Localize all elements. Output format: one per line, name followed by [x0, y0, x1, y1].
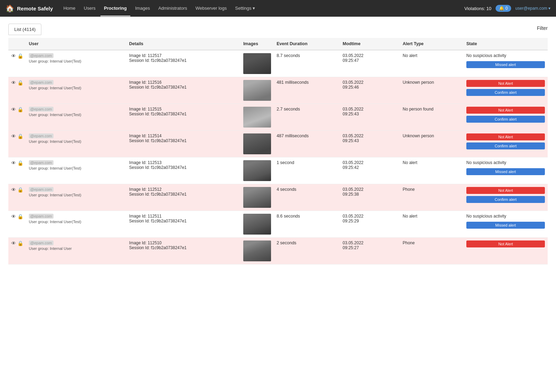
lock-icon[interactable]: 🔒	[17, 53, 23, 59]
details-cell: Image Id: 112514 Session Id: f1c9b2a0738…	[126, 131, 240, 157]
nav-users[interactable]: Users	[80, 1, 99, 16]
lock-icon[interactable]: 🔒	[17, 107, 23, 112]
image-id: Image Id: 112510	[129, 240, 238, 245]
modtime-time: 09:25:38	[343, 192, 397, 197]
lock-icon[interactable]: 🔒	[17, 160, 23, 166]
notification-badge[interactable]: 🔔 0	[496, 5, 511, 12]
nav-administrators[interactable]: Administrators	[155, 1, 190, 16]
details-cell: Image Id: 112513 Session Id: f1c9b2a0738…	[126, 157, 240, 184]
duration-cell: 8.6 seconds	[274, 211, 340, 238]
nav-settings[interactable]: Settings ▾	[232, 1, 259, 16]
eye-icon[interactable]: 👁	[11, 214, 16, 219]
user-cell: @epam.com User group: Internal User(Test…	[26, 211, 126, 238]
not-alert-button[interactable]: Not Alert	[466, 107, 545, 114]
capture-image[interactable]	[243, 187, 271, 208]
eye-icon[interactable]: 👁	[11, 160, 16, 166]
missed-alert-button[interactable]: Missed alert	[466, 61, 545, 68]
lock-icon[interactable]: 🔒	[17, 240, 23, 246]
not-alert-button[interactable]: Not Alert	[466, 240, 545, 247]
state-text: No suspicious activity	[466, 53, 545, 58]
nav-right: Violations: 10 🔔 0 user@epam.com ▾	[464, 5, 550, 12]
eye-icon[interactable]: 👁	[11, 240, 16, 246]
user-cell: @epam.com User group: Internal User(Test…	[26, 104, 126, 131]
row-icons-cell: 👁 🔒	[8, 157, 26, 184]
nav-images[interactable]: Images	[132, 1, 154, 16]
user-cell: @epam.com User group: Internal User(Test…	[26, 50, 126, 77]
col-images: Images	[240, 38, 274, 50]
state-text: No suspicious activity	[466, 214, 545, 219]
image-cell[interactable]	[240, 157, 274, 184]
eye-icon[interactable]: 👁	[11, 53, 16, 59]
navbar: 🏠 Remote Safely Home Users Proctoring Im…	[0, 0, 556, 17]
missed-alert-button[interactable]: Missed alert	[466, 168, 545, 175]
modtime-date: 03.05.2022	[343, 187, 397, 192]
table-row: 👁 🔒 @epam.com User group: Internal User(…	[8, 77, 548, 104]
lock-icon[interactable]: 🔒	[17, 214, 23, 219]
not-alert-button[interactable]: Not Alert	[466, 80, 545, 87]
nav-links: Home Users Proctoring Images Administrat…	[60, 1, 457, 16]
logo-text: Remote Safely	[17, 6, 53, 11]
nav-home[interactable]: Home	[60, 1, 79, 16]
user-email-masked: @epam.com	[29, 53, 54, 58]
table-header: User Details Images Event Duration Modti…	[8, 38, 548, 50]
capture-image[interactable]	[243, 214, 271, 235]
session-id: Session Id: f1c9b2a0738247e1	[129, 165, 238, 170]
user-group: User group: Internal User(Test)	[29, 139, 81, 144]
confirm-alert-button[interactable]: Confirm alert	[466, 196, 545, 203]
col-alert-type: Alert Type	[400, 38, 464, 50]
eye-icon[interactable]: 👁	[11, 187, 16, 193]
session-id: Session Id: f1c9b2a0738247e1	[129, 112, 238, 116]
not-alert-button[interactable]: Not Alert	[466, 133, 545, 140]
nav-webserver-logs[interactable]: Webserver logs	[192, 1, 230, 16]
eye-icon[interactable]: 👁	[11, 107, 16, 112]
confirm-alert-button[interactable]: Confirm alert	[466, 142, 545, 149]
confirm-alert-button[interactable]: Confirm alert	[466, 89, 545, 96]
row-icons-cell: 👁 🔒	[8, 184, 26, 211]
missed-alert-button[interactable]: Missed alert	[466, 222, 545, 229]
user-email[interactable]: user@epam.com ▾	[515, 6, 550, 11]
capture-image[interactable]	[243, 53, 271, 74]
image-cell[interactable]	[240, 238, 274, 264]
session-id: Session Id: f1c9b2a0738247e1	[129, 245, 238, 250]
user-group: User group: Internal User(Test)	[29, 193, 81, 197]
state-btn-group: Not Alert	[466, 240, 545, 248]
user-cell: @epam.com User group: Internal User(Test…	[26, 77, 126, 104]
duration-cell: 1 second	[274, 157, 340, 184]
modtime-cell: 03.05.202209:25:29	[340, 211, 400, 238]
list-tab[interactable]: List (4114)	[8, 24, 41, 35]
user-group: User group: Internal User(Test)	[29, 59, 81, 63]
image-cell[interactable]	[240, 77, 274, 104]
nav-proctoring[interactable]: Proctoring	[100, 1, 130, 16]
image-cell[interactable]	[240, 50, 274, 77]
table-row: 👁 🔒 @epam.com User group: Internal User(…	[8, 131, 548, 157]
modtime-cell: 03.05.202209:25:38	[340, 184, 400, 211]
not-alert-button[interactable]: Not Alert	[466, 187, 545, 194]
image-cell[interactable]	[240, 104, 274, 131]
image-cell[interactable]	[240, 184, 274, 211]
logo-icon: 🏠	[6, 4, 14, 13]
capture-image[interactable]	[243, 133, 271, 154]
modtime-date: 03.05.2022	[343, 240, 397, 245]
modtime-cell: 03.05.202209:25:42	[340, 157, 400, 184]
violations-badge: Violations: 10	[464, 6, 491, 11]
eye-icon[interactable]: 👁	[11, 80, 16, 85]
capture-image[interactable]	[243, 80, 271, 101]
lock-icon[interactable]: 🔒	[17, 80, 23, 85]
eye-icon[interactable]: 👁	[11, 133, 16, 139]
lock-icon[interactable]: 🔒	[17, 133, 23, 139]
filter-button[interactable]: Filter	[537, 25, 548, 31]
image-id: Image Id: 112512	[129, 187, 238, 192]
image-cell[interactable]	[240, 211, 274, 238]
capture-image[interactable]	[243, 160, 271, 181]
capture-image[interactable]	[243, 107, 271, 128]
details-cell: Image Id: 112511 Session Id: f1c9b2a0738…	[126, 211, 240, 238]
row-icons-cell: 👁 🔒	[8, 50, 26, 77]
lock-icon[interactable]: 🔒	[17, 187, 23, 193]
duration-cell: 2 seconds	[274, 238, 340, 264]
alert-type-cell: Unknown person	[400, 131, 464, 157]
session-id: Session Id: f1c9b2a0738247e1	[129, 138, 238, 143]
capture-image[interactable]	[243, 240, 271, 261]
confirm-alert-button[interactable]: Confirm alert	[466, 116, 545, 123]
user-group: User group: Internal User(Test)	[29, 166, 81, 170]
image-cell[interactable]	[240, 131, 274, 157]
